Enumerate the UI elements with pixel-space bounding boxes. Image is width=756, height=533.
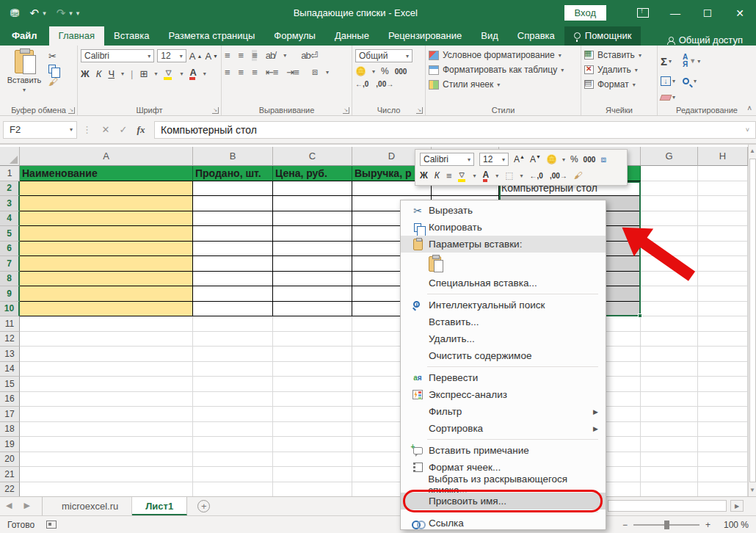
alignment-dialog-launcher-icon[interactable]	[343, 107, 349, 114]
row-header-8[interactable]: 8	[0, 272, 20, 287]
cell-B22[interactable]	[193, 482, 273, 497]
tab-view[interactable]: Вид	[471, 26, 508, 46]
cell-H11[interactable]	[698, 316, 748, 332]
cell-H14[interactable]	[698, 362, 748, 377]
column-header-A[interactable]: A	[20, 147, 193, 166]
cell-B12[interactable]	[193, 332, 273, 347]
wrap-text-icon[interactable]: ab⏎	[301, 50, 317, 61]
autosum-button[interactable]: Σ▾	[661, 55, 675, 68]
menu-item-sort[interactable]: Сортировка▶	[401, 420, 606, 437]
row-header-3[interactable]: 3	[0, 196, 20, 211]
cell-H19[interactable]	[698, 437, 748, 452]
insert-cells-button[interactable]: Вставить▾	[584, 50, 654, 60]
cell-B21[interactable]	[193, 467, 273, 482]
macro-record-icon[interactable]	[46, 521, 57, 529]
sort-filter-button[interactable]: АЯ▼▾	[683, 54, 700, 68]
tab-home[interactable]: Главная	[49, 26, 104, 46]
row-header-19[interactable]: 19	[0, 437, 20, 452]
tab-file[interactable]: Файл	[0, 26, 49, 46]
mini-accounting-icon[interactable]: 🪙	[546, 154, 557, 164]
delete-cells-button[interactable]: Удалить▾	[584, 65, 654, 75]
cell-H5[interactable]	[698, 226, 748, 242]
close-button[interactable]: ✕	[724, 0, 756, 26]
align-center-icon[interactable]: ≡	[239, 67, 244, 78]
menu-item-pick-from-list[interactable]: Выбрать из раскрывающегося списка...	[401, 476, 606, 493]
column-header-B[interactable]: B	[193, 147, 273, 166]
cell-B18[interactable]	[193, 422, 273, 438]
comma-style-button[interactable]: 000	[395, 68, 407, 76]
save-icon[interactable]: ⛃	[10, 7, 20, 20]
cell-G4[interactable]	[641, 211, 698, 227]
cell-G1[interactable]	[641, 166, 698, 181]
decrease-indent-icon[interactable]: ⇤≡	[266, 67, 277, 78]
cell-B20[interactable]	[193, 452, 273, 468]
merge-center-icon[interactable]: ⧈	[312, 66, 317, 78]
find-select-button[interactable]: ▾	[683, 78, 700, 84]
cell-A10[interactable]	[20, 302, 193, 317]
cell-G13[interactable]	[641, 347, 698, 362]
menu-item-cut[interactable]: Вырезать	[401, 202, 606, 219]
new-sheet-icon[interactable]: +	[197, 500, 210, 512]
bold-button[interactable]: Ж	[81, 68, 90, 79]
menu-item-delete[interactable]: Удалить...	[401, 330, 606, 347]
cell-A12[interactable]	[20, 332, 193, 347]
cell-A22[interactable]	[20, 482, 193, 497]
clear-button[interactable]: ▾	[661, 94, 675, 101]
cell-C20[interactable]	[273, 452, 352, 468]
tab-help[interactable]: Справка	[508, 26, 564, 46]
column-header-C[interactable]: C	[273, 147, 352, 166]
cell-C7[interactable]	[273, 256, 352, 272]
cell-A4[interactable]	[20, 211, 193, 227]
cell-A19[interactable]	[20, 437, 193, 452]
cell-B2[interactable]	[193, 181, 273, 197]
cell-C11[interactable]	[273, 316, 352, 332]
cell-G3[interactable]	[641, 196, 698, 211]
scroll-up-icon[interactable]: ▲	[749, 145, 755, 157]
tab-review[interactable]: Рецензирование	[379, 26, 471, 46]
select-all-corner[interactable]	[0, 147, 20, 166]
cell-C15[interactable]	[273, 377, 352, 392]
font-dialog-launcher-icon[interactable]	[212, 107, 219, 114]
name-box[interactable]: F2▾	[3, 121, 77, 139]
column-header-H[interactable]: H	[698, 147, 748, 166]
horizontal-scroll-thumb[interactable]	[608, 500, 727, 512]
cell-B19[interactable]	[193, 437, 273, 452]
scroll-right-icon[interactable]: ▶	[730, 500, 744, 512]
cell-G7[interactable]	[641, 256, 698, 272]
cell-H2[interactable]	[698, 181, 748, 197]
tab-page-layout[interactable]: Разметка страницы	[159, 26, 264, 46]
menu-item-insert-comment[interactable]: Вставить примечание	[401, 442, 606, 459]
cell-A11[interactable]	[20, 316, 193, 332]
cell-C13[interactable]	[273, 347, 352, 362]
increase-decimal-icon[interactable]: ←,0	[355, 80, 368, 88]
mini-align-center-icon[interactable]: ≡	[446, 170, 451, 181]
cell-B9[interactable]	[193, 286, 273, 302]
row-header-16[interactable]: 16	[0, 392, 20, 407]
cell-C21[interactable]	[273, 467, 352, 482]
mini-shrink-font-button[interactable]: A▼	[530, 154, 541, 164]
conditional-formatting-button[interactable]: Условное форматирование▾	[429, 50, 578, 60]
mini-format-painter-icon[interactable]: 🖌	[574, 170, 583, 181]
italic-button[interactable]: К	[96, 68, 102, 79]
row-header-14[interactable]: 14	[0, 362, 20, 377]
orientation-icon[interactable]: ab̸	[266, 50, 275, 61]
fill-button[interactable]: ↓▾	[661, 76, 675, 86]
cell-H6[interactable]	[698, 242, 748, 257]
align-middle-icon[interactable]: ≡	[239, 50, 244, 61]
cell-G5[interactable]	[641, 226, 698, 242]
cell-H4[interactable]	[698, 211, 748, 227]
cell-C2[interactable]	[273, 181, 352, 197]
mini-italic-button[interactable]: К	[435, 170, 440, 181]
cell-C9[interactable]	[273, 286, 352, 302]
row-header-1[interactable]: 1	[0, 166, 20, 181]
font-color-button[interactable]: А	[189, 67, 196, 80]
shrink-font-button[interactable]: A▼	[205, 49, 218, 62]
font-name-combo[interactable]: Calibri▾	[81, 49, 154, 62]
mini-borders-icon[interactable]: ⬚	[505, 170, 513, 181]
cell-H10[interactable]	[698, 302, 748, 317]
menu-item-translate[interactable]: аяПеревести	[401, 369, 606, 386]
vertical-scroll-thumb[interactable]	[749, 159, 756, 482]
mini-font-size-combo[interactable]: 12▾	[479, 153, 509, 166]
cell-G19[interactable]	[641, 437, 698, 452]
column-header-G[interactable]: G	[641, 147, 698, 166]
